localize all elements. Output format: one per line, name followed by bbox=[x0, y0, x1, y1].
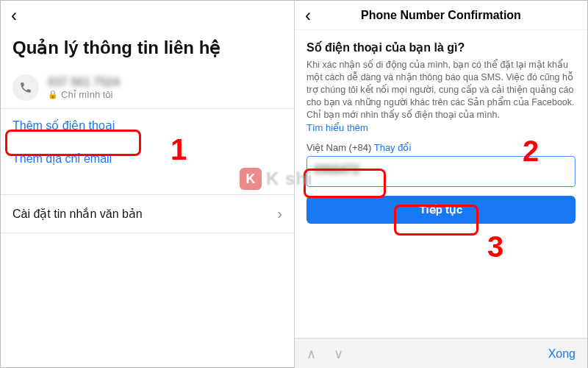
continue-button[interactable]: Tiếp tục bbox=[306, 196, 576, 224]
phone-number-masked: 037 561 7524 bbox=[48, 76, 120, 89]
phone-icon bbox=[12, 74, 39, 101]
back-icon[interactable]: ‹ bbox=[305, 7, 311, 24]
right-header-title: Phone Number Confirmation bbox=[295, 9, 587, 22]
learn-more-link[interactable]: Tìm hiểu thêm bbox=[306, 122, 576, 133]
description-text: Khi xác nhận số di động của mình, bạn có… bbox=[306, 59, 576, 121]
page-title: Quản lý thông tin liên hệ bbox=[1, 30, 294, 70]
text-msg-settings-label: Cài đặt tin nhắn văn bản bbox=[12, 207, 143, 221]
kb-up-icon[interactable]: ∧ bbox=[306, 346, 316, 362]
lock-icon: 🔒 bbox=[48, 90, 58, 99]
country-label: Việt Nam (+84) bbox=[306, 142, 371, 153]
kb-nav-arrows: ∧ ∨ bbox=[306, 346, 343, 362]
country-line: Việt Nam (+84) Thay đổi bbox=[306, 142, 576, 153]
kb-down-icon[interactable]: ∨ bbox=[334, 346, 343, 362]
privacy-text: Chỉ mình tôi bbox=[61, 89, 112, 100]
keyboard-toolbar: ∧ ∨ Xong bbox=[295, 338, 587, 368]
change-country-link[interactable]: Thay đổi bbox=[374, 142, 412, 153]
right-pane: ‹ Phone Number Confirmation Số điện thoạ… bbox=[294, 1, 587, 368]
phone-input-value: 0968472 bbox=[314, 163, 359, 177]
left-header: ‹ bbox=[1, 1, 294, 30]
text-msg-settings-row[interactable]: Cài đặt tin nhắn văn bản › bbox=[1, 195, 294, 233]
add-phone-link[interactable]: Thêm số điện thoại bbox=[1, 109, 294, 142]
chevron-right-icon: › bbox=[277, 205, 282, 222]
annotation-number-3: 3 bbox=[487, 230, 503, 263]
keyboard-done-button[interactable]: Xong bbox=[548, 347, 576, 361]
left-pane: ‹ Quản lý thông tin liên hệ 037 561 7524… bbox=[1, 1, 294, 368]
add-email-link[interactable]: Thêm địa chỉ email bbox=[1, 142, 294, 175]
contact-lines: 037 561 7524 🔒 Chỉ mình tôi bbox=[48, 76, 120, 100]
back-icon[interactable]: ‹ bbox=[11, 7, 17, 24]
question-heading: Số điện thoại của bạn là gì? bbox=[306, 40, 576, 54]
right-body: Số điện thoại của bạn là gì? Khi xác nhậ… bbox=[295, 30, 587, 224]
privacy-label: 🔒 Chỉ mình tôi bbox=[48, 89, 120, 100]
right-header: ‹ Phone Number Confirmation bbox=[295, 1, 587, 30]
contact-row[interactable]: 037 561 7524 🔒 Chỉ mình tôi bbox=[1, 70, 294, 108]
